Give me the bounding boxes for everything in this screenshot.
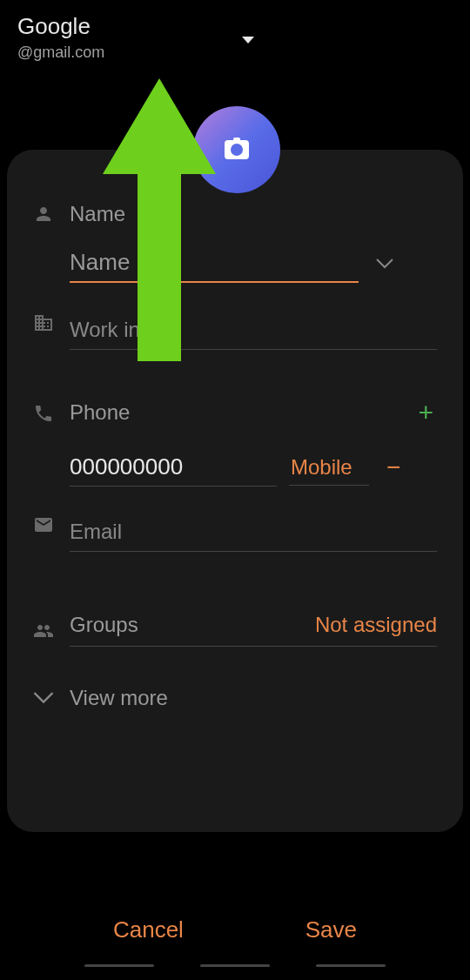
view-more-label: View more (70, 686, 168, 710)
email-field-row (33, 513, 437, 552)
nav-recent[interactable] (84, 964, 154, 967)
bottom-action-bar: Cancel Save (0, 906, 470, 954)
name-label: Name (70, 202, 437, 226)
account-email: @gmail.com (17, 44, 104, 62)
groups-field-row[interactable]: Groups Not assigned (33, 613, 437, 647)
phone-type-selector[interactable]: Mobile (289, 450, 369, 486)
save-button[interactable]: Save (288, 906, 374, 954)
account-selector[interactable]: Google @gmail.com (17, 13, 104, 62)
name-input[interactable] (70, 244, 359, 283)
name-field-row: Name (33, 202, 437, 293)
groups-value: Not assigned (315, 613, 437, 637)
work-field-row (33, 311, 437, 350)
person-icon (33, 204, 54, 225)
cancel-button[interactable]: Cancel (96, 906, 201, 954)
dropdown-caret-icon (242, 37, 254, 44)
work-field-content (70, 311, 437, 350)
groups-label: Groups (70, 613, 138, 637)
phone-icon (33, 403, 54, 424)
contact-form-card: Name Phone + (7, 150, 463, 832)
email-icon (33, 514, 54, 535)
remove-phone-button[interactable]: − (386, 453, 400, 481)
chevron-down-icon[interactable] (376, 258, 393, 269)
group-icon (33, 621, 54, 641)
phone-label: Phone (70, 400, 130, 425)
phone-section: Phone + Mobile − (33, 398, 437, 487)
chevron-down-icon (33, 692, 54, 704)
camera-icon (225, 140, 249, 159)
account-header[interactable]: Google @gmail.com (0, 0, 470, 70)
building-icon (33, 312, 54, 333)
view-more-button[interactable]: View more (33, 686, 437, 710)
add-phone-button[interactable]: + (418, 398, 433, 427)
avatar-photo-button[interactable] (193, 106, 280, 193)
nav-home[interactable] (200, 964, 270, 967)
work-input[interactable] (70, 311, 437, 350)
email-input[interactable] (70, 513, 437, 552)
nav-back[interactable] (316, 964, 386, 967)
nav-bar (0, 964, 470, 980)
account-label: Google (17, 13, 104, 40)
name-field-content: Name (70, 202, 437, 293)
phone-number-input[interactable] (70, 448, 277, 487)
